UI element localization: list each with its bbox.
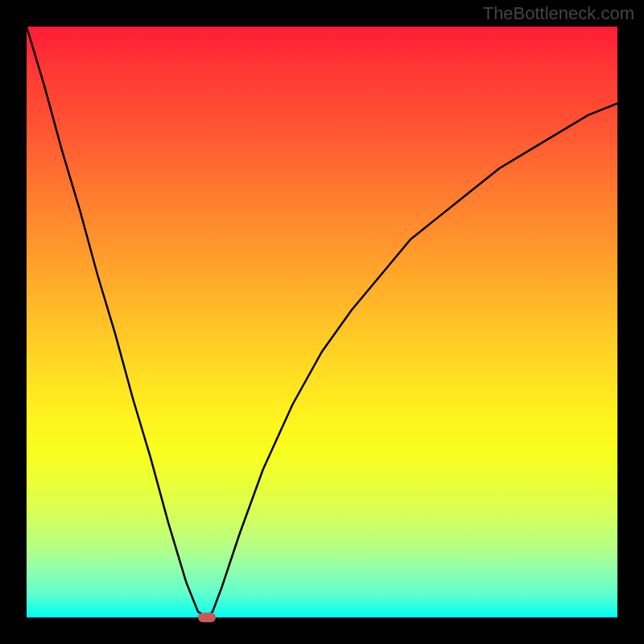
minimum-marker [198,613,216,622]
attribution-text: TheBottleneck.com [483,3,634,24]
chart-plot-area [27,27,617,617]
bottleneck-curve [27,27,617,617]
